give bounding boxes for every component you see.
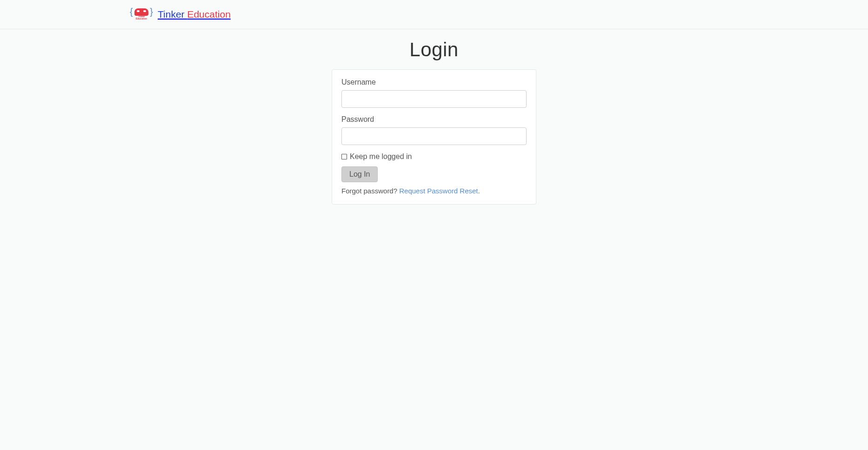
header: { } Tinker Education Tinker Education xyxy=(0,0,868,29)
forgot-password-text: Forgot password? xyxy=(341,187,399,195)
brand-link[interactable]: Tinker Education xyxy=(158,9,231,20)
period: . xyxy=(478,187,480,195)
username-group: Username xyxy=(341,78,527,108)
keep-logged-in-label: Keep me logged in xyxy=(350,152,412,161)
page-title: Login xyxy=(132,39,736,61)
request-password-reset-link[interactable]: Request Password Reset xyxy=(399,187,478,195)
brace-left-icon: { xyxy=(130,7,133,17)
robot-eye-left xyxy=(137,10,140,12)
main: Login Username Password Keep me logged i… xyxy=(125,29,743,209)
brand-name-part2: Education xyxy=(187,9,230,20)
robot-eye-right xyxy=(143,10,146,12)
logo-small-caption: Tinker Education xyxy=(134,15,149,20)
username-label: Username xyxy=(341,78,527,86)
brand-logo[interactable]: { } Tinker Education xyxy=(132,8,151,20)
password-input[interactable] xyxy=(341,127,527,145)
header-inner: { } Tinker Education Tinker Education xyxy=(125,8,743,20)
login-card: Username Password Keep me logged in Log … xyxy=(332,69,536,205)
brand-name-part1: Tinker xyxy=(158,9,187,20)
forgot-password-row: Forgot password? Request Password Reset. xyxy=(341,187,527,195)
password-label: Password xyxy=(341,115,527,124)
keep-logged-in-row[interactable]: Keep me logged in xyxy=(341,152,527,161)
password-group: Password xyxy=(341,115,527,145)
brace-right-icon: } xyxy=(150,7,153,17)
login-button[interactable]: Log In xyxy=(341,166,378,182)
username-input[interactable] xyxy=(341,90,527,108)
checkbox-icon xyxy=(341,154,347,159)
